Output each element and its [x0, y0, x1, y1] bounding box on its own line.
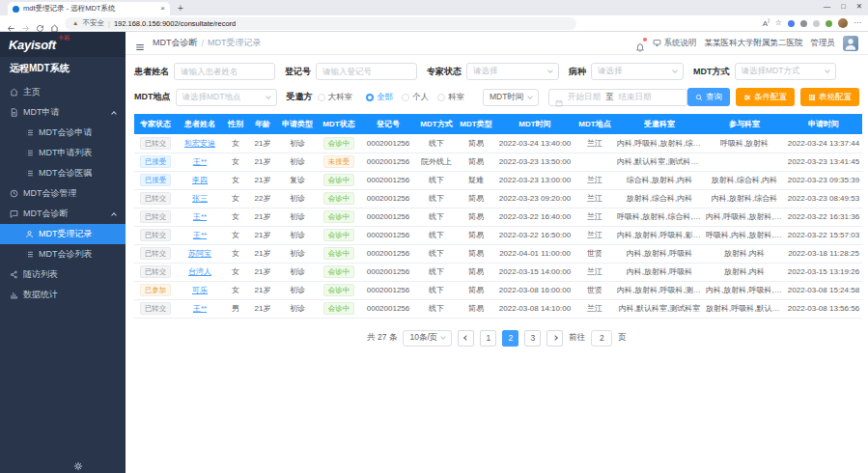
- patient-name-link[interactable]: 王**: [193, 304, 207, 313]
- refresh-icon[interactable]: [36, 19, 44, 28]
- page-button-1[interactable]: 1: [480, 330, 496, 347]
- expert-status-label: 专家状态: [427, 66, 462, 78]
- tab-title: mdt受理记录 - 远程MDT系统: [23, 4, 156, 14]
- radio-dot: [318, 94, 325, 101]
- tab-close-icon[interactable]: ×: [160, 5, 165, 13]
- date-range-picker[interactable]: 开始日期 至 结束日期: [548, 89, 687, 106]
- patient-name-link[interactable]: 张三: [192, 194, 208, 203]
- table-config-button[interactable]: 表格配置: [800, 88, 859, 106]
- column-header: 专家状态: [134, 114, 177, 134]
- goto-page-input[interactable]: [591, 330, 612, 347]
- new-tab-button[interactable]: +: [178, 4, 183, 14]
- patient-name-link[interactable]: 王**: [193, 157, 207, 166]
- back-icon[interactable]: [7, 19, 15, 28]
- window-close-icon[interactable]: ✕: [856, 2, 862, 11]
- patient-name-input[interactable]: [174, 63, 275, 80]
- browser-profile-avatar[interactable]: [838, 18, 848, 28]
- cell-apply-time: 2022-03-22 16:31:36: [785, 208, 862, 226]
- end-date-placeholder[interactable]: 结束日期: [619, 92, 652, 103]
- page-button-3[interactable]: 3: [524, 330, 541, 347]
- browser-home-icon[interactable]: [50, 19, 59, 28]
- sidebar-item-mdt-manage[interactable]: MDT会诊管理: [0, 183, 126, 204]
- user-role[interactable]: 管理员: [811, 38, 836, 49]
- extension-icon[interactable]: [813, 20, 820, 27]
- patient-name-link[interactable]: 王**: [193, 212, 207, 221]
- cell-mdt-time: 2022-04-01 11:00:00: [495, 244, 574, 263]
- cell-mdt-place: 世贤: [574, 281, 615, 299]
- radio-department[interactable]: 科室: [437, 92, 464, 103]
- select-value: MDT时间: [490, 92, 523, 103]
- cell-mdt-status: 会诊中: [318, 226, 360, 244]
- radio-personal[interactable]: 个人: [402, 92, 429, 103]
- table-row: 已转交王**男21岁初诊会诊中0002001256线下简易2022-03-08 …: [134, 299, 862, 318]
- cell-patient-name: 王**: [177, 153, 223, 171]
- browser-tab[interactable]: mdt受理记录 - 远程MDT系统 ×: [8, 2, 170, 15]
- pagination: 共 27 条 10条/页 1 2 3 前往 页: [134, 330, 859, 347]
- window-maximize-icon[interactable]: □: [841, 2, 846, 11]
- cell-apply-type: 初诊: [277, 226, 318, 244]
- window-controls: — □ ✕: [824, 2, 862, 11]
- page-button-2[interactable]: 2: [502, 330, 518, 347]
- next-page-button[interactable]: [546, 330, 563, 347]
- expert-status-select[interactable]: 请选择: [466, 63, 559, 80]
- radio-all[interactable]: 全部: [366, 92, 393, 103]
- settings-gear-icon[interactable]: [73, 458, 83, 467]
- sidebar-item-mdt-consult-list[interactable]: MDT会诊列表: [0, 244, 126, 264]
- extension-icon[interactable]: [788, 20, 795, 27]
- url-text[interactable]: 192.168.0.156:9002/consultate/record: [114, 19, 236, 28]
- status-tag: 会诊中: [323, 174, 355, 186]
- patient-name-link[interactable]: 台湾人: [188, 267, 211, 276]
- column-header: MDT状态: [318, 114, 360, 134]
- start-date-placeholder[interactable]: 开始日期: [568, 92, 601, 103]
- notification-bell-icon[interactable]: [635, 39, 645, 48]
- forward-icon[interactable]: [21, 19, 30, 28]
- table-row: 已参加可乐女21岁初诊会诊中0002001256线下简易2022-03-08 1…: [134, 281, 862, 299]
- cell-mdt-status: 未接受: [318, 153, 360, 171]
- user-avatar[interactable]: [843, 36, 858, 51]
- status-tag: 已接受: [140, 155, 172, 168]
- read-aloud-icon[interactable]: A): [763, 18, 770, 28]
- sidebar-item-statistics[interactable]: 数据统计: [0, 285, 126, 305]
- search-button[interactable]: 查询: [687, 88, 730, 106]
- favorite-star-icon[interactable]: ☆: [775, 19, 782, 27]
- extension-icon[interactable]: [826, 20, 832, 27]
- patient-name-link[interactable]: 李四: [192, 176, 208, 184]
- cell-age: 21岁: [248, 244, 277, 263]
- breadcrumb-parent[interactable]: MDT会诊断: [153, 37, 198, 49]
- mdt-table-header-row: 专家状态患者姓名性别年龄申请类型MDT状态登记号MDT方式MDT类型MDT时间M…: [134, 114, 862, 134]
- cell-invited-depts: 综合科,放射科,内科: [615, 171, 704, 189]
- extension-icon[interactable]: [800, 20, 807, 27]
- sidebar-item-mdt-consult-apply[interactable]: MDT会诊申请: [0, 123, 126, 143]
- condition-config-button[interactable]: 条件配置: [736, 88, 795, 106]
- window-minimize-icon[interactable]: —: [824, 2, 831, 11]
- mdt-mode-select[interactable]: 请选择MDT方式: [735, 63, 836, 80]
- cell-register-no: 0002001256: [360, 134, 416, 153]
- sidebar-toggle-icon[interactable]: [135, 39, 145, 48]
- pagination-total: 共 27 条: [367, 332, 397, 344]
- patient-name-link[interactable]: 苏阿宝: [188, 249, 211, 258]
- browser-menu-icon[interactable]: ⋯: [854, 19, 861, 27]
- disease-select[interactable]: 请选择: [591, 63, 684, 80]
- sidebar-group-mdt-diagnose[interactable]: MDT会诊断: [0, 204, 126, 224]
- system-help-link[interactable]: 系统说明: [653, 38, 697, 49]
- url-box[interactable]: ▲ 不安全 | 192.168.0.156:9002/consultate/re…: [65, 17, 576, 30]
- register-no-input[interactable]: [316, 63, 417, 80]
- cell-expert-status: 已接受: [134, 171, 177, 189]
- security-label[interactable]: 不安全: [82, 18, 104, 28]
- radio-big-department[interactable]: 大科室: [318, 92, 353, 103]
- column-header: 年龄: [248, 114, 277, 134]
- sidebar-item-home[interactable]: 主页: [0, 82, 126, 102]
- mdt-time-field-select[interactable]: MDT时间: [483, 89, 539, 106]
- prev-page-button[interactable]: [458, 330, 474, 347]
- sidebar-item-followup-list[interactable]: 随访列表: [0, 264, 126, 285]
- patient-name-link[interactable]: 和宏安迪: [184, 139, 215, 148]
- sidebar-item-mdt-accept-record[interactable]: MDT受理记录: [0, 224, 126, 244]
- sidebar-group-mdt-apply[interactable]: MDT申请: [0, 102, 126, 123]
- patient-name-link[interactable]: 王**: [193, 231, 207, 239]
- patient-name-link[interactable]: 可乐: [192, 286, 208, 294]
- filter-register-no: 登记号: [285, 63, 417, 80]
- page-size-select[interactable]: 10条/页: [403, 330, 452, 347]
- sidebar-item-mdt-consult-order[interactable]: MDT会诊医嘱: [0, 163, 126, 183]
- mdt-place-select[interactable]: 请选择MDT地点: [176, 89, 277, 106]
- sidebar-item-mdt-apply-list[interactable]: MDT申请列表: [0, 143, 126, 163]
